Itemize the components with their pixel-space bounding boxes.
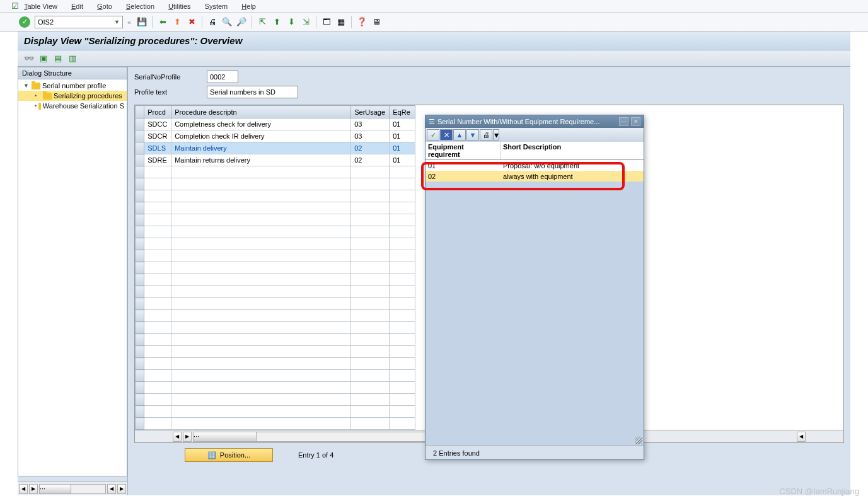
menu-goto[interactable]: Goto — [97, 3, 112, 10]
scroll-left-end-icon[interactable]: ◀ — [797, 432, 806, 442]
cancel-icon[interactable]: ✖ — [185, 16, 198, 28]
menu-table-view[interactable]: Table View — [24, 3, 57, 10]
menu-icon[interactable]: ☑ — [11, 1, 19, 11]
exit-icon[interactable]: ⬆ — [171, 16, 183, 28]
table-row-empty[interactable] — [136, 370, 415, 382]
main-toolbar: ✓ OIS2 ▼ « 💾 ⬅ ⬆ ✖ 🖨 🔍 🔎 ⇱ ⬆ ⬇ ⇲ 🗔 ▦ ❓ 🖥 — [0, 13, 868, 32]
menu-help[interactable]: Help — [241, 3, 256, 10]
scroll-right-icon[interactable]: ◀ — [107, 484, 116, 494]
more-icon[interactable]: ▾ — [493, 129, 499, 141]
table-row-empty[interactable] — [136, 178, 415, 190]
table-row-empty[interactable] — [136, 226, 415, 238]
table-row-empty[interactable] — [136, 382, 415, 394]
sort-desc-icon[interactable]: ▼ — [466, 129, 479, 141]
tree-item-warehouse-serialization[interactable]: • Warehouse Serialization S — [18, 101, 127, 111]
table-row-empty[interactable] — [136, 394, 415, 406]
table-row[interactable]: SDREMaintain returns delivery0201 — [136, 154, 415, 166]
value-row[interactable]: 01 Proposal: w/o equipment — [425, 160, 644, 171]
col-shortdesc-header[interactable]: Short Description — [501, 142, 644, 159]
sidebar-scrollbar[interactable]: ◀ ▶ ··· ◀ ▶ — [18, 481, 127, 495]
back-double-icon[interactable]: « — [127, 18, 131, 26]
dialog-body: 01 Proposal: w/o equipment 02 always wit… — [425, 160, 644, 446]
table-row-empty[interactable] — [136, 214, 415, 226]
menu-utilities[interactable]: Utilities — [168, 3, 190, 10]
folder-icon — [38, 103, 41, 110]
col-desc[interactable]: Procedure descriptn — [171, 106, 351, 118]
table-row-empty[interactable] — [136, 358, 415, 370]
customize-icon[interactable]: 🖥 — [370, 16, 383, 28]
table-row[interactable]: SDCRCompletion check IR delivery0301 — [136, 130, 415, 142]
table-row-empty[interactable] — [136, 238, 415, 250]
scroll-left-icon[interactable]: ◀ — [173, 432, 182, 442]
menu-selection[interactable]: Selection — [126, 3, 154, 10]
minimize-icon[interactable]: — — [619, 117, 628, 126]
cancel2-icon[interactable]: ✕ — [440, 129, 453, 141]
table-row[interactable]: SDLSMaintain delivery0201 — [136, 142, 415, 154]
table-row-empty[interactable] — [136, 286, 415, 298]
tree: ▼ Serial number profile • Serializing pr… — [18, 79, 127, 476]
prev-page-icon[interactable]: ⬆ — [270, 16, 283, 28]
col-eqreq[interactable]: EqRe — [390, 106, 415, 118]
scroll-left-icon[interactable]: ◀ — [19, 484, 28, 494]
find-icon[interactable]: 🔍 — [221, 16, 233, 28]
dialog-toolbar: ✓ ✕ ▲ ▼ 🖨 ▾ — [425, 128, 644, 142]
enter-icon[interactable]: ✓ — [19, 16, 30, 28]
help-icon[interactable]: ❓ — [356, 16, 368, 28]
sort-asc-icon[interactable]: ▲ — [453, 129, 466, 141]
menu-system[interactable]: System — [205, 3, 228, 10]
table-row-empty[interactable] — [136, 418, 415, 430]
profile-text-input[interactable] — [207, 86, 298, 98]
print-icon[interactable]: 🖨 — [206, 16, 219, 28]
print2-icon[interactable]: 🖨 — [480, 129, 492, 141]
close-icon[interactable]: ✕ — [631, 117, 640, 126]
select-block-icon[interactable]: ▤ — [52, 52, 64, 65]
tree-item-serializing-procedures[interactable]: • Serializing procedures — [18, 91, 127, 101]
change-display-icon[interactable]: 👓 — [23, 52, 35, 65]
dialog-footer: 2 Entries found — [425, 446, 644, 459]
layout-icon[interactable]: ▦ — [335, 16, 347, 28]
table-row-empty[interactable] — [136, 190, 415, 202]
profile-text-label: Profile text — [134, 88, 207, 96]
resize-handle[interactable] — [635, 437, 642, 444]
position-button[interactable]: 🔢 Position... — [185, 448, 273, 462]
scroll-left2-icon[interactable]: ▶ — [29, 484, 38, 494]
last-page-icon[interactable]: ⇲ — [299, 16, 312, 28]
table-row-empty[interactable] — [136, 166, 415, 178]
table-row-empty[interactable] — [136, 322, 415, 334]
table-row-empty[interactable] — [136, 262, 415, 274]
new-session-icon[interactable]: 🗔 — [320, 16, 333, 28]
col-serusage[interactable]: SerUsage — [351, 106, 390, 118]
accept-icon[interactable]: ✓ — [427, 129, 439, 141]
find-next-icon[interactable]: 🔎 — [235, 16, 248, 28]
first-page-icon[interactable]: ⇱ — [256, 16, 269, 28]
col-procd[interactable]: Procd — [144, 106, 171, 118]
save-icon[interactable]: 💾 — [136, 16, 148, 28]
table-row-empty[interactable] — [136, 346, 415, 358]
deselect-all-icon[interactable]: ▥ — [66, 52, 79, 65]
table-row-empty[interactable] — [136, 406, 415, 418]
dialog-title: Serial Number With/Without Equipment Req… — [437, 118, 616, 125]
tcode-input[interactable]: OIS2 ▼ — [35, 16, 123, 28]
table-row-empty[interactable] — [136, 250, 415, 262]
col-eqreq-header[interactable]: Equipment requiremt — [425, 142, 501, 159]
back-icon[interactable]: ⬅ — [156, 16, 169, 28]
table-row-empty[interactable] — [136, 310, 415, 322]
table-row-empty[interactable] — [136, 202, 415, 214]
table-row[interactable]: SDCCCompletness check for delivery0301 — [136, 118, 415, 130]
serialnoprofile-input[interactable] — [207, 71, 238, 83]
table-row-empty[interactable] — [136, 298, 415, 310]
scroll-right2-icon[interactable]: ▶ — [117, 484, 126, 494]
serialnoprofile-label: SerialNoProfile — [134, 73, 207, 81]
tree-item-serial-number-profile[interactable]: ▼ Serial number profile — [18, 81, 127, 91]
row-selector-header[interactable] — [136, 106, 144, 118]
table-row-empty[interactable] — [136, 274, 415, 286]
select-all-icon[interactable]: ▣ — [37, 52, 50, 65]
next-page-icon[interactable]: ⬇ — [285, 16, 298, 28]
tree-collapse-icon[interactable]: ▼ — [23, 83, 30, 89]
tcode-dropdown-icon[interactable]: ▼ — [114, 19, 120, 25]
folder-icon — [43, 93, 52, 100]
value-row-selected[interactable]: 02 always with equipment — [425, 171, 644, 181]
menu-edit[interactable]: Edit — [71, 3, 83, 10]
scroll-right-icon[interactable]: ▶ — [183, 432, 192, 442]
table-row-empty[interactable] — [136, 334, 415, 346]
